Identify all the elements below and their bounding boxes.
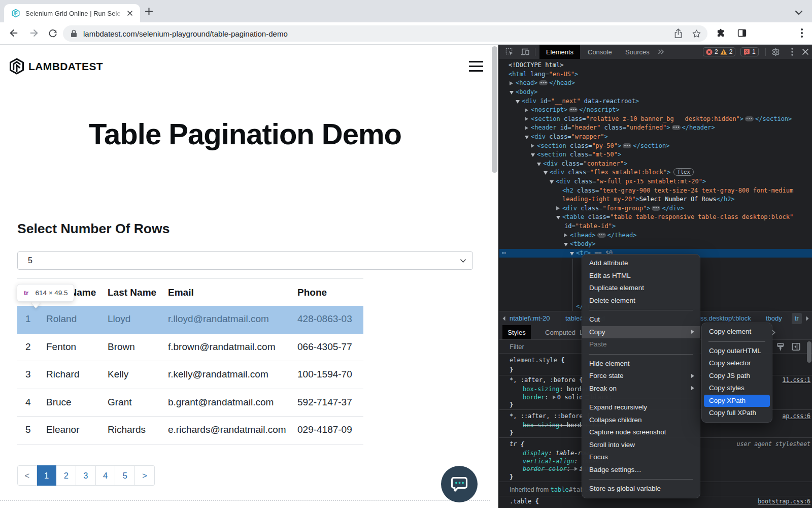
dom-tree-node[interactable]: <section class="mt-50"> [537,150,621,160]
expand-arrow-open-icon[interactable] [570,252,574,256]
collapsed-content-ellipsis-icon[interactable] [745,116,754,121]
dom-tree-node[interactable]: <!DOCTYPE html> [509,61,563,70]
expand-arrow-closed-icon[interactable] [564,233,567,237]
menu-item-expand-recursively[interactable]: Expand recursively [582,401,700,414]
expand-arrow-closed-icon[interactable] [531,144,534,148]
expand-arrow-open-icon[interactable] [531,153,535,157]
dom-tree-node[interactable]: <table class="table table-responsive tab… [562,213,793,222]
page-scrollbar[interactable] [490,45,498,508]
stylesheet-link[interactable]: ap.css:6 [783,412,810,420]
browser-menu-kebab-icon[interactable] [797,27,807,39]
expand-arrow-closed-icon[interactable] [525,108,528,112]
stylesheet-link[interactable]: 11.css:1 [783,376,810,384]
stylesheet-link[interactable]: bootstrap.css:6 [758,497,810,505]
table-row[interactable]: 3RichardKellyr.kelly@randatmail.com100-1… [17,361,363,389]
extensions-puzzle-icon[interactable] [716,28,726,38]
menu-item-scroll-into-view[interactable]: Scroll into view [582,439,700,452]
lambdatest-logo[interactable]: LAMBDATEST [9,58,103,75]
tab-close-icon[interactable] [126,9,134,17]
dom-tree-node[interactable]: <div class="flex smtablet:block">flex [550,168,694,177]
expand-value-arrow-icon[interactable] [574,467,578,471]
back-button[interactable] [8,27,19,39]
css-rule-line[interactable]: element.style { [510,356,564,364]
pagination-button-next[interactable]: > [135,465,155,486]
dom-tree-node[interactable]: <thead></thead> [570,231,636,240]
menu-item-hide-element[interactable]: Hide element [582,358,700,370]
breadcrumbs-scroll-right-icon[interactable] [805,316,810,321]
expand-arrow-open-icon[interactable] [564,243,568,246]
table-row[interactable]: 5EleanorRichardse.richards@randatmail.co… [17,417,363,444]
submenu-item-copy-full-xpath[interactable]: Copy full XPath [702,407,772,420]
dom-tree-node[interactable]: <div class="wrapper"> [531,133,608,142]
pagination-button-5[interactable]: 5 [115,465,135,486]
dom-tree-node[interactable]: <h2 class="text-gray-900 text-size-24 te… [562,186,793,196]
forward-button[interactable] [28,27,40,39]
table-row[interactable]: 4BruceGrantb.grant@randatmail.com592-714… [17,389,363,417]
menu-item-capture-node-screenshot[interactable]: Capture node screenshot [582,426,700,439]
toggle-sidebar-panel-icon[interactable] [792,342,800,351]
dom-tree-node[interactable]: <div id="__next" data-reactroot> [522,97,639,106]
expand-arrow-closed-icon[interactable] [510,81,513,85]
css-rule-line[interactable]: *, ::after, ::before { [510,412,590,420]
dom-tree-node[interactable]: <section class="relative z-10 banner_bg … [531,115,792,124]
menu-item-store-as-global-variable[interactable]: Store as global variable [582,483,700,495]
collapsed-content-ellipsis-icon[interactable] [539,80,548,85]
issues-badge[interactable]: 1 [740,47,759,56]
expand-arrow-open-icon[interactable] [550,180,554,184]
expand-arrow-open-icon[interactable] [556,216,560,219]
menu-item-cut[interactable]: Cut [582,313,700,326]
submenu-item-copy-element[interactable]: Copy element [702,326,772,338]
menu-item-duplicate-element[interactable]: Duplicate element [582,282,700,295]
menu-item-edit-as-html[interactable]: Edit as HTML [582,270,700,282]
menu-item-delete-element[interactable]: Delete element [582,295,700,307]
rows-per-page-select[interactable]: 5 [17,251,473,270]
submenu-item-copy-outerhtml[interactable]: Copy outerHTML [702,345,772,358]
collapsed-content-ellipsis-icon[interactable] [623,143,631,148]
breadcrumb-item[interactable]: ntablet\:mt-20 [510,311,550,326]
expand-arrow-open-icon[interactable] [516,100,520,104]
collapsed-content-ellipsis-icon[interactable] [597,233,606,238]
expand-arrow-open-icon[interactable] [525,136,529,139]
sidebar-tab-styles[interactable]: Styles [502,325,531,339]
tab-search-chevron-icon[interactable] [795,10,803,15]
devtools-tab-elements[interactable]: Elements [539,45,580,59]
dom-tree-node[interactable]: <div class="container"> [543,160,627,169]
submenu-item-copy-xpath[interactable]: Copy XPath [704,395,770,407]
reload-button[interactable] [48,28,58,38]
devtools-close-icon[interactable] [802,48,809,55]
dom-tree-node[interactable]: <div class="form-group"></div> [562,204,684,213]
collapsed-content-ellipsis-icon[interactable] [672,125,681,130]
dom-tree-node[interactable]: <html lang="en-US"> [509,70,578,79]
expand-arrow-closed-icon[interactable] [525,126,528,130]
node-more-actions-dots[interactable]: ⋯ [502,249,506,258]
submenu-item-copy-styles[interactable]: Copy styles [702,382,772,395]
share-icon[interactable] [674,28,683,39]
submenu-item-copy-js-path[interactable]: Copy JS path [702,370,772,383]
more-tabs-icon[interactable] [658,45,664,59]
dom-tree-node[interactable]: <div class="w-full px-15 smtablet:mt-20"… [556,177,706,186]
breadcrumb-item[interactable]: tr [792,313,802,324]
css-rule-line[interactable]: tr { [510,440,524,448]
devtools-settings-gear-icon[interactable] [771,48,780,56]
dom-tree-node[interactable]: <head></head> [516,79,575,88]
expand-arrow-open-icon[interactable] [537,163,541,166]
menu-item-add-attribute[interactable]: Add attribute [582,257,700,270]
menu-item-focus[interactable]: Focus [582,451,700,464]
pagination-button-2[interactable]: 2 [56,465,76,486]
chat-widget-button[interactable] [441,466,478,502]
css-rule-line[interactable]: *, :after, :before { [510,376,583,384]
dom-tree-node[interactable]: id="table-id"> [564,222,616,231]
table-row[interactable]: 2FentonBrownf.brown@randatmail.com066-43… [17,334,363,362]
expand-arrow-closed-icon[interactable] [556,206,560,210]
bookmark-star-icon[interactable] [692,29,701,39]
submenu-item-copy-selector[interactable]: Copy selector [702,357,772,370]
browser-tab[interactable]: Selenium Grid Online | Run Sele [4,4,140,22]
collapsed-content-ellipsis-icon[interactable] [652,206,660,211]
inspect-element-icon[interactable] [505,48,514,56]
dom-tree-node[interactable]: leading-tight my-20">Select Number Of Ro… [562,195,735,204]
css-rule-line[interactable]: } [510,401,513,409]
expand-arrow-closed-icon[interactable] [525,117,528,121]
pagination-button-4[interactable]: 4 [96,465,116,486]
table-row[interactable]: 1RolandLloydr.lloyd@randatmail.com428-08… [17,306,363,334]
menu-item-copy[interactable]: Copy [582,326,700,339]
